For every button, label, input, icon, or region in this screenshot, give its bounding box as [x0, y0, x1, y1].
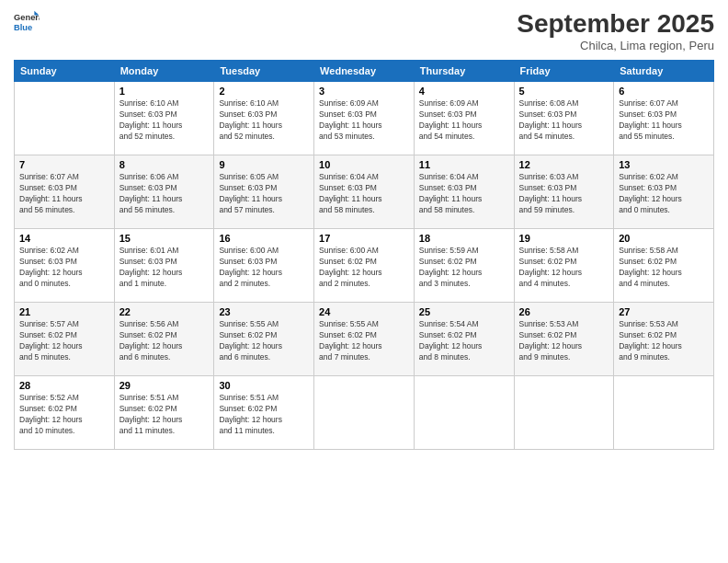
- day-info: Sunrise: 6:04 AM Sunset: 6:03 PM Dayligh…: [419, 172, 509, 216]
- day-info: Sunrise: 5:58 AM Sunset: 6:02 PM Dayligh…: [519, 246, 609, 290]
- table-row: 19Sunrise: 5:58 AM Sunset: 6:02 PM Dayli…: [514, 229, 614, 303]
- calendar-week-row: 7Sunrise: 6:07 AM Sunset: 6:03 PM Daylig…: [15, 155, 714, 229]
- table-row: 18Sunrise: 5:59 AM Sunset: 6:02 PM Dayli…: [414, 229, 514, 303]
- day-info: Sunrise: 6:08 AM Sunset: 6:03 PM Dayligh…: [519, 98, 609, 143]
- day-number: 18: [419, 233, 509, 244]
- table-row: 3Sunrise: 6:09 AM Sunset: 6:03 PM Daylig…: [314, 82, 415, 155]
- day-number: 4: [419, 86, 509, 97]
- col-tuesday: Tuesday: [214, 61, 314, 82]
- day-number: 24: [319, 306, 409, 317]
- day-number: 25: [419, 306, 509, 317]
- table-row: [15, 82, 115, 155]
- day-number: 2: [219, 86, 309, 97]
- day-number: 28: [19, 380, 109, 391]
- day-info: Sunrise: 6:05 AM Sunset: 6:03 PM Dayligh…: [219, 172, 309, 216]
- day-info: Sunrise: 6:00 AM Sunset: 6:02 PM Dayligh…: [319, 246, 409, 290]
- col-wednesday: Wednesday: [314, 61, 415, 82]
- table-row: 12Sunrise: 6:03 AM Sunset: 6:03 PM Dayli…: [514, 155, 614, 229]
- table-row: [414, 376, 514, 450]
- day-info: Sunrise: 5:54 AM Sunset: 6:02 PM Dayligh…: [419, 319, 509, 363]
- day-info: Sunrise: 6:00 AM Sunset: 6:03 PM Dayligh…: [219, 246, 309, 290]
- day-info: Sunrise: 5:57 AM Sunset: 6:02 PM Dayligh…: [19, 319, 109, 363]
- day-info: Sunrise: 5:58 AM Sunset: 6:02 PM Dayligh…: [619, 246, 709, 290]
- day-number: 14: [19, 233, 109, 244]
- table-row: 11Sunrise: 6:04 AM Sunset: 6:03 PM Dayli…: [414, 155, 514, 229]
- day-number: 3: [319, 86, 409, 97]
- logo-icon: General Blue: [14, 9, 40, 35]
- day-info: Sunrise: 6:10 AM Sunset: 6:03 PM Dayligh…: [119, 98, 210, 143]
- day-info: Sunrise: 5:55 AM Sunset: 6:02 PM Dayligh…: [219, 319, 309, 363]
- calendar-week-row: 21Sunrise: 5:57 AM Sunset: 6:02 PM Dayli…: [15, 303, 714, 376]
- day-info: Sunrise: 6:02 AM Sunset: 6:03 PM Dayligh…: [19, 246, 109, 290]
- table-row: [514, 376, 614, 450]
- svg-text:Blue: Blue: [14, 23, 32, 32]
- day-number: 11: [419, 159, 509, 170]
- table-row: 7Sunrise: 6:07 AM Sunset: 6:03 PM Daylig…: [15, 155, 115, 229]
- day-number: 10: [319, 159, 409, 170]
- table-row: 30Sunrise: 5:51 AM Sunset: 6:02 PM Dayli…: [214, 376, 314, 450]
- table-row: 10Sunrise: 6:04 AM Sunset: 6:03 PM Dayli…: [314, 155, 415, 229]
- table-row: 4Sunrise: 6:09 AM Sunset: 6:03 PM Daylig…: [414, 82, 514, 155]
- table-row: 1Sunrise: 6:10 AM Sunset: 6:03 PM Daylig…: [114, 82, 214, 155]
- col-monday: Monday: [114, 61, 214, 82]
- day-info: Sunrise: 6:09 AM Sunset: 6:03 PM Dayligh…: [419, 98, 509, 143]
- table-row: 25Sunrise: 5:54 AM Sunset: 6:02 PM Dayli…: [414, 303, 514, 376]
- table-row: 21Sunrise: 5:57 AM Sunset: 6:02 PM Dayli…: [15, 303, 115, 376]
- day-number: 30: [219, 380, 309, 391]
- day-info: Sunrise: 6:07 AM Sunset: 6:03 PM Dayligh…: [619, 98, 709, 143]
- day-info: Sunrise: 6:06 AM Sunset: 6:03 PM Dayligh…: [119, 172, 210, 216]
- day-info: Sunrise: 5:55 AM Sunset: 6:02 PM Dayligh…: [319, 319, 409, 363]
- page: General Blue September 2025 Chilca, Lima…: [0, 0, 728, 563]
- table-row: [614, 376, 714, 450]
- day-number: 9: [219, 159, 309, 170]
- day-info: Sunrise: 6:03 AM Sunset: 6:03 PM Dayligh…: [519, 172, 609, 216]
- day-number: 16: [219, 233, 309, 244]
- day-info: Sunrise: 6:02 AM Sunset: 6:03 PM Dayligh…: [619, 172, 709, 216]
- table-row: 9Sunrise: 6:05 AM Sunset: 6:03 PM Daylig…: [214, 155, 314, 229]
- col-friday: Friday: [514, 61, 614, 82]
- table-row: 5Sunrise: 6:08 AM Sunset: 6:03 PM Daylig…: [514, 82, 614, 155]
- day-number: 12: [519, 159, 609, 170]
- day-number: 27: [619, 306, 709, 317]
- calendar: Sunday Monday Tuesday Wednesday Thursday…: [14, 60, 714, 450]
- calendar-week-row: 1Sunrise: 6:10 AM Sunset: 6:03 PM Daylig…: [15, 82, 714, 155]
- table-row: 2Sunrise: 6:10 AM Sunset: 6:03 PM Daylig…: [214, 82, 314, 155]
- day-number: 22: [119, 306, 210, 317]
- table-row: 20Sunrise: 5:58 AM Sunset: 6:02 PM Dayli…: [614, 229, 714, 303]
- table-row: 16Sunrise: 6:00 AM Sunset: 6:03 PM Dayli…: [214, 229, 314, 303]
- table-row: 28Sunrise: 5:52 AM Sunset: 6:02 PM Dayli…: [15, 376, 115, 450]
- day-number: 26: [519, 306, 609, 317]
- day-info: Sunrise: 5:52 AM Sunset: 6:02 PM Dayligh…: [19, 393, 109, 437]
- table-row: 23Sunrise: 5:55 AM Sunset: 6:02 PM Dayli…: [214, 303, 314, 376]
- table-row: 27Sunrise: 5:53 AM Sunset: 6:02 PM Dayli…: [614, 303, 714, 376]
- table-row: 6Sunrise: 6:07 AM Sunset: 6:03 PM Daylig…: [614, 82, 714, 155]
- day-info: Sunrise: 5:51 AM Sunset: 6:02 PM Dayligh…: [219, 393, 309, 437]
- table-row: 26Sunrise: 5:53 AM Sunset: 6:02 PM Dayli…: [514, 303, 614, 376]
- day-info: Sunrise: 6:07 AM Sunset: 6:03 PM Dayligh…: [19, 172, 109, 216]
- table-row: 29Sunrise: 5:51 AM Sunset: 6:02 PM Dayli…: [114, 376, 214, 450]
- day-info: Sunrise: 5:59 AM Sunset: 6:02 PM Dayligh…: [419, 246, 509, 290]
- main-title: September 2025: [517, 9, 714, 39]
- day-number: 15: [119, 233, 210, 244]
- day-number: 1: [119, 86, 210, 97]
- col-sunday: Sunday: [15, 61, 115, 82]
- table-row: 22Sunrise: 5:56 AM Sunset: 6:02 PM Dayli…: [114, 303, 214, 376]
- day-info: Sunrise: 5:51 AM Sunset: 6:02 PM Dayligh…: [119, 393, 210, 437]
- calendar-week-row: 28Sunrise: 5:52 AM Sunset: 6:02 PM Dayli…: [15, 376, 714, 450]
- day-info: Sunrise: 5:53 AM Sunset: 6:02 PM Dayligh…: [519, 319, 609, 363]
- table-row: 13Sunrise: 6:02 AM Sunset: 6:03 PM Dayli…: [614, 155, 714, 229]
- day-info: Sunrise: 6:09 AM Sunset: 6:03 PM Dayligh…: [319, 98, 409, 143]
- day-number: 17: [319, 233, 409, 244]
- day-number: 8: [119, 159, 210, 170]
- day-info: Sunrise: 5:53 AM Sunset: 6:02 PM Dayligh…: [619, 319, 709, 363]
- day-number: 6: [619, 86, 709, 97]
- col-saturday: Saturday: [614, 61, 714, 82]
- day-number: 20: [619, 233, 709, 244]
- day-number: 13: [619, 159, 709, 170]
- day-number: 19: [519, 233, 609, 244]
- day-number: 5: [519, 86, 609, 97]
- day-number: 7: [19, 159, 109, 170]
- table-row: 14Sunrise: 6:02 AM Sunset: 6:03 PM Dayli…: [15, 229, 115, 303]
- day-info: Sunrise: 5:56 AM Sunset: 6:02 PM Dayligh…: [119, 319, 210, 363]
- calendar-header-row: Sunday Monday Tuesday Wednesday Thursday…: [15, 61, 714, 82]
